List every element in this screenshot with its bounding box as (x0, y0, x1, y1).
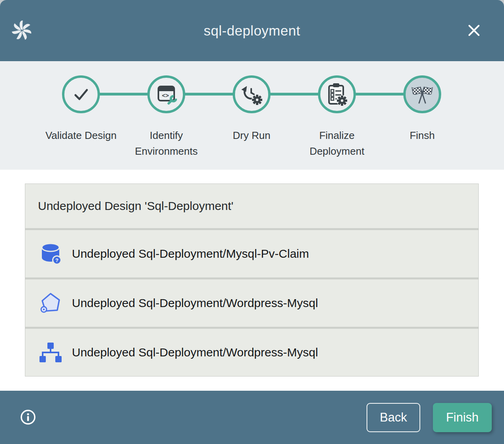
footer-bar: Back Finish (0, 391, 504, 444)
undeployed-list-panel: Undeployed Design 'Sql-Deployment' ? Und… (25, 184, 479, 377)
clipboard-checklist-gear-icon (318, 75, 356, 113)
list-header-text: Undeployed Design 'Sql-Deployment' (38, 199, 233, 213)
content-area: Undeployed Design 'Sql-Deployment' ? Und… (0, 170, 504, 391)
list-item-text: Undeployed Sql-Deployment/Wordpress-Mysq… (72, 346, 318, 359)
dialog-title: sql-deployment (0, 0, 504, 61)
step-validate-design: Validate Design (38, 61, 124, 159)
step-label: Finsh (410, 127, 435, 143)
list-item-text: Undeployed Sql-Deployment/Mysql-Pv-Claim (72, 247, 309, 260)
finish-button[interactable]: Finish (433, 403, 492, 432)
step-finalize-deployment: Finalize Deployment (294, 61, 380, 159)
step-finish: Finsh (380, 61, 465, 159)
step-label: Validate Design (45, 127, 117, 143)
database-question-icon: ? (38, 242, 63, 266)
list-item: ? Undeployed Sql-Deployment/Mysql-Pv-Cla… (25, 230, 478, 277)
close-icon[interactable] (465, 22, 483, 39)
step-label: Finalize Deployment (294, 127, 380, 159)
deployment-wizard-dialog: sql-deployment Validate Design (0, 0, 504, 444)
titlebar: sql-deployment (0, 0, 504, 61)
checkered-flags-icon (403, 75, 441, 113)
list-item-text: Undeployed Sql-Deployment/Wordpress-Mysq… (72, 296, 318, 310)
step-label: Dry Run (233, 127, 270, 143)
hierarchy-icon (38, 341, 63, 364)
list-item: Undeployed Sql-Deployment/Wordpress-Mysq… (25, 329, 478, 376)
step-dry-run: Dry Run (209, 61, 294, 159)
info-icon[interactable] (19, 409, 37, 426)
code-window-wrench-icon: <> (147, 75, 185, 113)
back-button[interactable]: Back (367, 403, 420, 432)
step-identify-environments: <> Identify Environments (124, 61, 209, 159)
list-item: Undeployed Sql-Deployment/Wordpress-Mysq… (25, 279, 478, 327)
list-header-row: Undeployed Design 'Sql-Deployment' (25, 184, 478, 228)
step-label: Identify Environments (124, 127, 209, 159)
check-icon (62, 75, 100, 113)
svg-text:<>: <> (162, 92, 169, 99)
pentagon-badge-icon (38, 292, 63, 315)
svg-text:?: ? (55, 257, 58, 263)
stepper: Validate Design <> Identify Environments (0, 61, 504, 170)
footer-actions: Back Finish (367, 403, 492, 432)
sync-clock-gear-icon (233, 75, 271, 113)
